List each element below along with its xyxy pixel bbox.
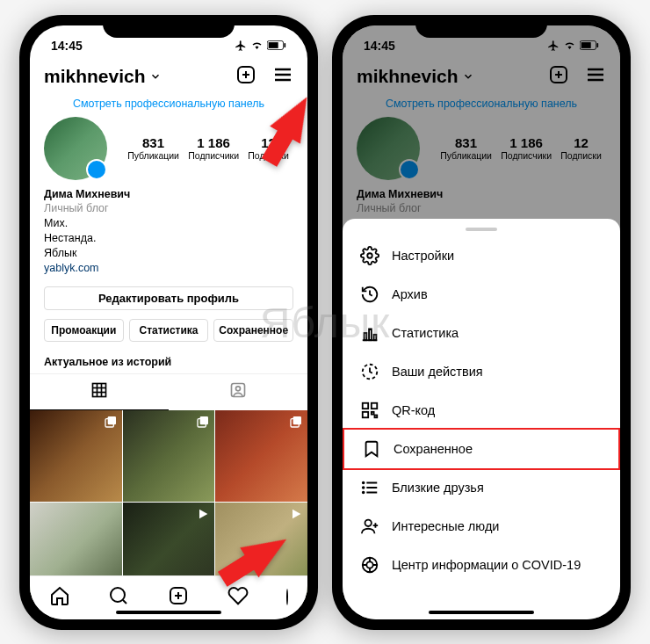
menu-settings[interactable]: Настройки [343, 236, 620, 275]
edit-profile-button[interactable]: Редактировать профиль [44, 286, 293, 310]
bio-name: Дима Михневич [44, 187, 293, 202]
svg-rect-44 [363, 402, 368, 408]
bio-category: Личный блог [357, 201, 606, 216]
hamburger-menu-button[interactable] [585, 64, 606, 89]
svg-rect-47 [372, 411, 374, 414]
nav-create[interactable] [168, 585, 189, 610]
promo-button[interactable]: Промоакции [44, 319, 124, 342]
svg-rect-20 [293, 416, 301, 424]
add-person-icon [360, 517, 379, 536]
username-dropdown[interactable]: mikhnevich [44, 66, 162, 87]
menu-qr[interactable]: QR-код [343, 391, 620, 430]
svg-rect-16 [107, 416, 115, 424]
video-icon [289, 507, 303, 525]
wifi-icon [563, 40, 576, 51]
tagged-icon [229, 381, 247, 399]
menu-insights[interactable]: Статистика [343, 314, 620, 352]
airplane-icon [235, 40, 247, 52]
bio: Дима Михневич Личный блог Мих. Нестанда.… [30, 180, 307, 283]
grid-icon [90, 381, 108, 399]
stat-following[interactable]: 12Подписки [560, 135, 602, 161]
avatar-icon [286, 589, 288, 605]
battery-icon [580, 40, 599, 50]
menu-discover[interactable]: Интересные люди [343, 507, 620, 546]
status-time: 14:45 [51, 39, 83, 53]
menu-covid[interactable]: Центр информации о COVID-19 [343, 546, 620, 584]
menu-close-friends[interactable]: Близкие друзья [343, 468, 620, 507]
menu-label: Интересные люди [392, 519, 499, 533]
avatar[interactable] [44, 117, 107, 180]
bio-line: Мих. [44, 216, 293, 231]
chart-icon [360, 323, 379, 343]
sheet-grabber[interactable] [466, 228, 497, 231]
stories-highlights-title[interactable]: Актуальное из историй [30, 347, 307, 373]
bio-line: Яблык [44, 246, 293, 261]
archive-icon [360, 285, 379, 304]
status-icons [235, 40, 286, 52]
post-thumbnail[interactable] [215, 410, 307, 503]
post-thumbnail[interactable] [30, 410, 122, 503]
svg-rect-9 [93, 383, 106, 396]
svg-marker-23 [292, 510, 300, 519]
menu-label: Настройки [392, 249, 454, 263]
username-dropdown[interactable]: mikhnevich [357, 66, 474, 87]
gear-icon [360, 246, 379, 265]
menu-archive[interactable]: Архив [343, 275, 620, 314]
svg-line-25 [123, 600, 126, 604]
nav-profile[interactable] [286, 590, 288, 605]
nav-search[interactable] [108, 585, 129, 610]
menu-label: Близкие друзья [392, 481, 484, 495]
content-tabs [30, 373, 307, 410]
svg-rect-46 [363, 411, 368, 416]
menu-activity[interactable]: Ваши действия [343, 352, 620, 391]
carousel-icon [289, 415, 303, 432]
bio-name: Дима Михневич [357, 187, 606, 202]
home-indicator [116, 611, 221, 614]
stat-followers[interactable]: 1 186 Подписчики [188, 135, 239, 161]
username-text: mikhnevich [44, 66, 146, 87]
svg-rect-31 [596, 43, 598, 47]
chevron-down-icon [462, 70, 474, 83]
avatar[interactable] [357, 117, 420, 180]
svg-rect-18 [200, 416, 208, 424]
svg-rect-1 [269, 42, 278, 48]
svg-point-24 [111, 588, 125, 602]
svg-rect-42 [374, 334, 377, 339]
svg-point-59 [366, 561, 372, 568]
carousel-icon [196, 415, 210, 432]
saved-button[interactable]: Сохраненное [213, 319, 293, 342]
search-icon [108, 585, 129, 606]
svg-rect-45 [372, 402, 377, 408]
list-icon [360, 478, 379, 497]
svg-rect-2 [284, 43, 285, 47]
nav-activity[interactable] [228, 585, 249, 610]
svg-point-55 [365, 519, 372, 525]
svg-point-54 [363, 491, 365, 493]
menu-saved[interactable]: Сохраненное [343, 428, 620, 470]
hamburger-menu-button[interactable] [272, 64, 293, 89]
nav-home[interactable] [49, 585, 70, 610]
stat-posts[interactable]: 831Публикации [440, 135, 492, 161]
svg-point-15 [236, 387, 241, 391]
svg-rect-41 [369, 329, 372, 340]
svg-rect-32 [551, 67, 567, 83]
svg-point-53 [363, 487, 365, 488]
pro-panel-link[interactable]: Смотреть профессиональную панель [30, 94, 307, 117]
stat-followers[interactable]: 1 186Подписчики [501, 135, 552, 161]
tagged-tab[interactable] [169, 374, 307, 410]
create-button[interactable] [235, 64, 256, 89]
grid-tab[interactable] [30, 374, 169, 410]
bio-line: Нестанда. [44, 231, 293, 246]
plus-square-icon [168, 585, 189, 606]
home-icon [49, 585, 70, 606]
insights-button[interactable]: Статистика [129, 319, 209, 342]
status-icons [547, 40, 599, 52]
post-thumbnail[interactable] [123, 410, 215, 503]
profile-header: mikhnevich [30, 61, 307, 94]
stat-posts[interactable]: 831 Публикации [127, 135, 179, 161]
create-button[interactable] [548, 64, 569, 89]
pro-panel-link[interactable]: Смотреть профессиональную панель [343, 94, 620, 117]
carousel-icon [104, 415, 118, 432]
menu-label: Статистика [392, 326, 459, 340]
bio-link[interactable]: yablyk.com [44, 261, 293, 276]
